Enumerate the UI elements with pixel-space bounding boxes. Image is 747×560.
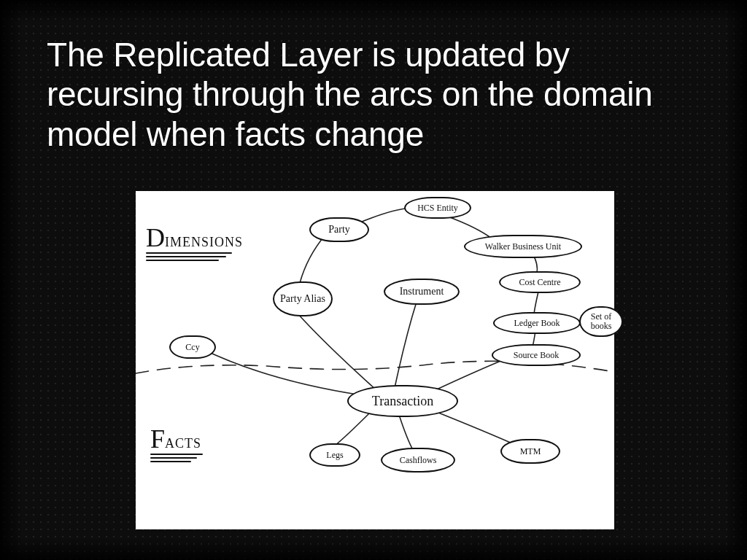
node-hcs-entity: HCS Entity (404, 197, 471, 219)
diagram-canvas: DIMENSIONS FACTS (136, 191, 614, 529)
node-cashflows: Cashflows (381, 448, 455, 472)
node-set-of-books: Set of books (579, 306, 623, 337)
node-party: Party (309, 217, 369, 242)
node-transaction: Transaction (347, 385, 458, 417)
node-cost-centre: Cost Centre (499, 271, 581, 293)
node-legs: Legs (309, 443, 360, 467)
slide-title: The Replicated Layer is updated by recur… (47, 35, 703, 154)
node-ccy: Ccy (169, 335, 216, 359)
node-mtm: MTM (500, 439, 560, 464)
node-ledger-book: Ledger Book (493, 312, 581, 334)
node-instrument: Instrument (384, 279, 460, 305)
node-walker-bu: Walker Business Unit (464, 235, 582, 258)
node-party-alias: Party Alias (273, 281, 333, 316)
slide-root: The Replicated Layer is updated by recur… (0, 0, 747, 560)
node-source-book: Source Book (492, 344, 581, 366)
section-label-dimensions: DIMENSIONS (146, 229, 243, 261)
section-label-facts: FACTS (150, 430, 204, 462)
